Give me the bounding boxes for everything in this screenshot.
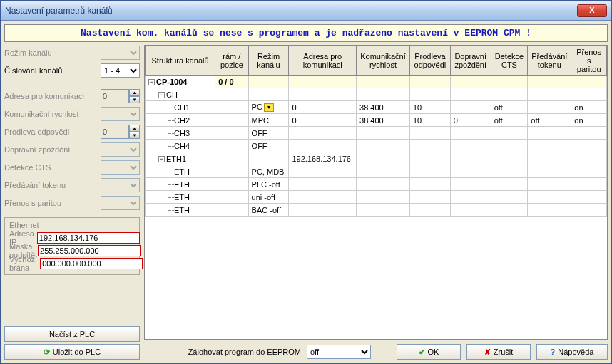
detekce-label: Detekce CTS (4, 163, 101, 172)
question-icon: ? (551, 348, 556, 356)
cross-icon: ✘ (484, 348, 491, 357)
load-from-plc-button[interactable]: Načíst z PLC (4, 326, 140, 342)
dopravni-label: Dopravní zpoždění (4, 145, 101, 154)
help-button[interactable]: ?Nápověda (536, 344, 608, 360)
cislovani-select[interactable]: 1 - 4 (101, 63, 140, 78)
prenos-select[interactable] (101, 196, 140, 210)
cancel-button[interactable]: ✘Zrušit (466, 344, 531, 360)
table-row: ETHuni -off (146, 191, 607, 204)
channel-grid[interactable]: Struktura kanálů rám / pozice Režim kaná… (144, 45, 608, 340)
prodleva-input[interactable] (101, 125, 129, 139)
check-icon: ✔ (419, 348, 425, 357)
col-rezim: Režim kanálu (248, 46, 289, 76)
warning-banner: Nastavení kom. kanálů se nese s programe… (4, 24, 608, 42)
col-pozice: rám / pozice (215, 46, 248, 76)
table-row: ETHPLC -off (146, 178, 607, 191)
backup-label: Zálohovat program do EEPROM (188, 348, 301, 356)
col-prodleva: Prodleva odpovědi (410, 46, 451, 76)
titlebar: Nastavení parametrů kanálů X (1, 1, 611, 21)
warning-icon: ▾ (264, 103, 274, 112)
save-to-plc-button[interactable]: ⟳Uložit do PLC (4, 344, 140, 360)
tree-toggle[interactable]: − (158, 156, 165, 162)
close-button[interactable]: X (577, 4, 607, 17)
tree-toggle[interactable]: − (148, 79, 155, 85)
left-panel: Režim kanálu Číslování kanálů1 - 4 Adres… (4, 45, 140, 360)
refresh-icon: ⟳ (44, 348, 50, 357)
spin-down[interactable]: ▼ (129, 132, 140, 139)
window-title: Nastavení parametrů kanálů (5, 6, 577, 16)
col-struktura: Struktura kanálů (146, 46, 215, 76)
table-row: CH3OFF (146, 127, 607, 140)
rezim-kanal-select[interactable] (101, 46, 140, 60)
table-row: CH4OFF (146, 140, 607, 152)
col-predavani: Předávání tokenu (528, 46, 571, 76)
table-row: −ETH1192.168.134.176 (146, 152, 607, 165)
col-prenos: Přenos s paritou (571, 46, 607, 76)
col-dopravni: Dopravní zpoždění (450, 46, 491, 76)
gate-input[interactable] (40, 258, 143, 269)
mask-input[interactable] (38, 245, 141, 256)
ip-input[interactable] (37, 232, 140, 244)
table-row: CH2MPC038 400100offoffon (146, 114, 607, 127)
ethernet-legend: Ethernet (9, 221, 135, 229)
gate-label: Výchozí brána (9, 255, 37, 272)
kom-rych-select[interactable] (101, 107, 140, 121)
table-row: ETHBAC -off (146, 204, 607, 217)
tree-toggle[interactable]: − (158, 92, 165, 98)
cislovani-label: Číslování kanálů (4, 66, 101, 75)
spin-down[interactable]: ▼ (129, 96, 140, 103)
dopravni-select[interactable] (101, 142, 140, 157)
table-row: −CP-10040 / 0 (146, 76, 607, 88)
rezim-kanal-label: Režim kanálu (4, 48, 101, 57)
spin-up[interactable]: ▲ (129, 89, 140, 96)
detekce-select[interactable] (101, 160, 140, 175)
col-detekce: Detekce CTS (491, 46, 528, 76)
backup-select[interactable]: off (307, 345, 371, 359)
predavani-select[interactable] (101, 178, 140, 192)
ok-button[interactable]: ✔OK (397, 344, 461, 360)
kom-rych-label: Komunikační rychlost (4, 110, 101, 118)
spin-up[interactable]: ▲ (129, 125, 140, 132)
col-rychlost: Komunikační rychlost (357, 46, 410, 76)
ethernet-fieldset: Ethernet Adresa IP Maska podsítě Výchozí… (4, 217, 140, 275)
adresa-kom-label: Adresa pro komunikaci (4, 92, 101, 100)
prodleva-label: Prodleva odpovědi (4, 128, 101, 136)
table-row: CH1PC▾038 40010offon (146, 101, 607, 114)
table-row: −CH (146, 88, 607, 101)
adresa-kom-input[interactable] (101, 89, 129, 103)
prenos-label: Přenos s paritou (4, 199, 101, 207)
predavani-label: Předávání tokenu (4, 181, 101, 189)
table-row: ETHPC, MDB (146, 165, 607, 178)
col-adresa: Adresa pro komunikaci (289, 46, 357, 76)
